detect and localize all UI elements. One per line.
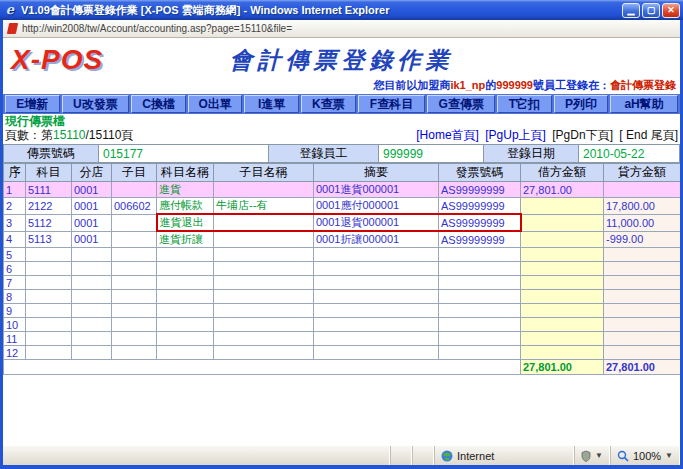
table-cell [72, 290, 112, 304]
table-cell [112, 182, 157, 198]
table-cell [72, 346, 112, 360]
table-cell [214, 332, 314, 346]
table-cell: 5112 [26, 214, 72, 231]
table-row[interactable]: 9 [4, 304, 681, 318]
header-subaccount: 子目 [112, 164, 157, 182]
table-row[interactable]: 6 [4, 262, 681, 276]
table-cell [214, 214, 314, 231]
employee-label: 登錄員工 [269, 145, 379, 163]
table-cell [521, 214, 604, 231]
table-cell [214, 290, 314, 304]
table-cell [314, 304, 439, 318]
voucher-no-value[interactable]: 015177 [99, 145, 269, 163]
menu-button-help[interactable]: aH幫助 [610, 95, 678, 113]
zoom-control[interactable]: 100% ▼ [610, 446, 680, 465]
menu-button-out-order[interactable]: O出單 [188, 95, 243, 113]
address-input[interactable]: http://win2008/tw/Account/accounting.asp… [22, 23, 292, 34]
header-subaccount-name: 子目名稱 [214, 164, 314, 182]
login-status: 您目前以加盟商ik1_np的999999號員工登錄在：會計傳票登錄 [373, 78, 676, 93]
employee-value[interactable]: 999999 [379, 145, 484, 163]
table-row[interactable]: 10 [4, 318, 681, 332]
table-cell [214, 248, 314, 262]
table-cell: 006602 [112, 198, 157, 215]
table-cell [26, 318, 72, 332]
table-cell [439, 248, 521, 262]
login-employee: 999999 [496, 79, 533, 91]
table-cell [214, 346, 314, 360]
table-cell: 0001折讓000001 [314, 231, 439, 248]
menu-button-in-order[interactable]: I進單 [244, 95, 299, 113]
table-cell [521, 332, 604, 346]
minimize-button[interactable]: ▁ [622, 3, 640, 18]
table-cell [112, 231, 157, 248]
table-row[interactable]: 8 [4, 290, 681, 304]
menu-button-edit-invoice[interactable]: U改發票 [62, 95, 130, 113]
menu-button-query-invoice[interactable]: K查票 [301, 95, 356, 113]
table-cell [157, 290, 214, 304]
table-row[interactable]: 151110001進貨0001進貨000001AS9999999927,801.… [4, 182, 681, 198]
table-cell [439, 318, 521, 332]
table-cell [604, 290, 681, 304]
table-cell [26, 290, 72, 304]
date-value[interactable]: 2010-05-22 [579, 145, 680, 163]
table-cell [314, 290, 439, 304]
table-cell [214, 262, 314, 276]
menu-button-query-voucher[interactable]: G查傳票 [427, 95, 495, 113]
table-row[interactable]: 351120001進貨退出0001退貨000001AS9999999911,00… [4, 214, 681, 231]
table-cell: 17,800.00 [604, 198, 681, 215]
table-cell: AS99999999 [439, 198, 521, 215]
table-cell [112, 262, 157, 276]
table-cell [521, 262, 604, 276]
page-title: 會計傳票登錄作業 [3, 38, 680, 76]
table-cell [157, 276, 214, 290]
nav-pgup-link[interactable]: [PgUp上頁] [485, 128, 546, 142]
table-cell: 進貨 [157, 182, 214, 198]
nav-pgdn-link[interactable]: [PgDn下頁] [552, 128, 613, 142]
login-merchant: ik1_np [450, 79, 485, 91]
table-row[interactable]: 11 [4, 332, 681, 346]
table-row[interactable]: 451130001進貨折讓0001折讓000001AS99999999-999.… [4, 231, 681, 248]
table-cell [157, 332, 214, 346]
menu-button-other-deduction[interactable]: T它扣 [497, 95, 552, 113]
menu-button-add[interactable]: E增新 [5, 95, 60, 113]
table-cell [604, 276, 681, 290]
table-cell: 8 [4, 290, 26, 304]
window-frame: http://win2008/tw/Account/accounting.asp… [0, 20, 683, 469]
table-cell [439, 304, 521, 318]
status-message-pane [3, 446, 390, 465]
date-label: 登錄日期 [484, 145, 579, 163]
menu-button-switch-file[interactable]: C換檔 [131, 95, 186, 113]
debit-total: 27,801.00 [521, 360, 604, 375]
page-icon [7, 23, 18, 34]
table-cell [112, 248, 157, 262]
menu-button-query-account[interactable]: F查科目 [358, 95, 426, 113]
table-cell: 27,801.00 [521, 182, 604, 198]
maximize-button[interactable]: ▢ [642, 3, 660, 18]
shield-icon [581, 450, 591, 462]
table-cell: 0001 [72, 214, 112, 231]
table-cell [26, 304, 72, 318]
security-report-control[interactable]: ▼ [574, 446, 610, 465]
zone-label: Internet [457, 450, 494, 462]
nav-home-link[interactable]: [Home首頁] [416, 128, 479, 142]
table-cell [521, 346, 604, 360]
totals-spacer [4, 360, 521, 375]
title-bar: e V1.09會計傳票登錄作業 [X-POS 雲端商務網] - Windows … [0, 0, 683, 20]
close-button[interactable]: ✕ [662, 3, 680, 18]
table-cell: 11,000.00 [604, 214, 681, 231]
table-cell: 0001應付000001 [314, 198, 439, 215]
table-cell [112, 214, 157, 231]
table-row[interactable]: 7 [4, 276, 681, 290]
header-account-name: 科目名稱 [157, 164, 214, 182]
table-row[interactable]: 221220001006602應付帳款牛埔店--有0001應付000001AS9… [4, 198, 681, 215]
nav-end-link[interactable]: [ End 尾頁] [619, 128, 678, 142]
menu-button-print[interactable]: P列印 [554, 95, 609, 113]
page-total: 15110 [89, 128, 121, 142]
table-cell: 5 [4, 248, 26, 262]
table-cell [314, 276, 439, 290]
table-cell: 1 [4, 182, 26, 198]
table-row[interactable]: 5 [4, 248, 681, 262]
table-cell [112, 332, 157, 346]
table-cell [521, 318, 604, 332]
table-row[interactable]: 12 [4, 346, 681, 360]
